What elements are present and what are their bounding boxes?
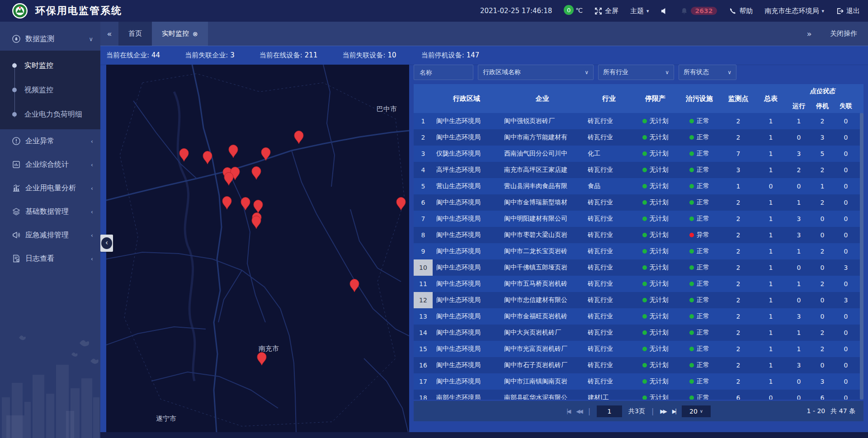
bullet-icon	[12, 63, 17, 68]
tab-home[interactable]: 首页	[118, 22, 152, 46]
table-cell-lost: 0	[834, 162, 858, 178]
table-cell-lost: 0	[834, 390, 858, 400]
sidebar-item-base-data[interactable]: 基础数据管理 ‹	[0, 200, 100, 223]
table-row[interactable]: 4高坪生态环境局南充市高坪区王家店建砖瓦行业无计划正常31220	[414, 162, 863, 178]
first-page-button[interactable]: |◀	[566, 408, 570, 414]
table-cell-region: 阆中生态环境局	[433, 211, 500, 227]
table-row[interactable]: 3仪陇生态环境局西南油气田分公司川中化工无计划正常71350	[414, 146, 863, 162]
table-scrollbar[interactable]	[860, 113, 863, 400]
sidebar-item-realtime-monitor[interactable]: 实时监控	[0, 53, 100, 78]
table-cell-lost: 0	[834, 194, 858, 211]
chevron-down-icon: ∨	[665, 69, 669, 75]
help-button[interactable]: 帮助	[729, 7, 753, 15]
table-cell-run: 0	[787, 390, 811, 400]
table-cell-facility: 正常	[677, 341, 722, 357]
table-row[interactable]: 5营山生态环境局营山县润丰肉食品有限食品无计划正常10010	[414, 178, 863, 194]
table-row[interactable]: 11阆中生态环境局阆中市五马桥页岩机砖砖瓦行业无计划正常21120	[414, 276, 863, 292]
sidebar-item-enterprise-statistics[interactable]: 企业综合统计 ‹	[0, 153, 100, 176]
table-row[interactable]: 17阆中生态环境局阆中市江南镇阆南页岩砖瓦行业无计划正常21030	[414, 373, 863, 390]
table-row[interactable]: 9阆中生态环境局阆中市二龙长宝页岩砖砖瓦行业无计划正常21120	[414, 243, 863, 259]
industry-select-value: 所有行业	[603, 68, 628, 76]
map-collapse-button[interactable]: ‹	[100, 235, 113, 252]
table-cell-industry: 砖瓦行业	[584, 113, 634, 129]
page-size-select[interactable]: 20 ∨	[682, 405, 711, 417]
table-row[interactable]: 16阆中生态环境局阆中市石子页岩机砖厂砖瓦行业无计划正常21300	[414, 357, 863, 373]
org-menu[interactable]: 南充市生态环境局 ▾	[764, 7, 824, 15]
table-cell-region: 高坪生态环境局	[433, 162, 500, 178]
sidebar-item-power-analysis[interactable]: 企业用电量分析 ‹	[0, 176, 100, 200]
logout-button[interactable]: 退出	[836, 7, 860, 15]
status-select[interactable]: 所有状态 ∨	[679, 65, 736, 80]
table-cell-num: 9	[414, 243, 433, 259]
sidebar-item-log-view[interactable]: 日志查看 ‹	[0, 247, 100, 270]
sidebar-item-power-load-detail[interactable]: 企业电力负荷明细	[0, 102, 100, 127]
table-row[interactable]: 15阆中生态环境局阆中市光富页岩机砖厂砖瓦行业无计划正常21120	[414, 341, 863, 357]
table-cell-meter: 0	[755, 178, 787, 194]
fullscreen-button[interactable]: 全屏	[594, 7, 618, 15]
table-row[interactable]: 1阆中生态环境局阆中强锐页岩砖厂砖瓦行业无计划正常21120	[414, 113, 863, 129]
pager-divider: |	[588, 407, 590, 415]
table-cell-points: 2	[722, 308, 755, 325]
map-canvas[interactable]: 巴中市南充市遂宁市	[106, 65, 409, 432]
table-cell-facility: 正常	[677, 292, 722, 308]
table-cell-facility: 正常	[677, 276, 722, 292]
last-page-button[interactable]: ▶|	[672, 408, 675, 414]
next-page-button[interactable]: ▶▶	[660, 408, 665, 414]
notifications-button[interactable]: 2632	[680, 7, 717, 15]
chevron-left-icon: ‹	[91, 138, 93, 145]
table-cell-run: 1	[787, 325, 811, 341]
table-cell-points: 2	[722, 276, 755, 292]
sidebar-item-video-monitor[interactable]: 视频监控	[0, 78, 100, 102]
table-cell-stop_plan: 无计划	[634, 146, 677, 162]
name-filter-field[interactable]	[414, 65, 473, 80]
tab-scroll-left-icon[interactable]: «	[100, 22, 118, 46]
table-cell-company: 南部县砿华水泥有限公	[500, 390, 584, 400]
mute-button[interactable]	[661, 7, 669, 15]
table-cell-facility: 异常	[677, 227, 722, 243]
table-cell-meter: 1	[755, 292, 787, 308]
fullscreen-icon	[594, 7, 602, 15]
table-row[interactable]: 10阆中生态环境局阆中千佛镇五郎垭页岩砖瓦行业无计划正常21003	[414, 259, 863, 276]
tab-scroll-right-icon[interactable]: »	[800, 29, 818, 38]
table-row[interactable]: 7阆中生态环境局阆中明阳建材有限公司砖瓦行业无计划正常21300	[414, 211, 863, 227]
caret-down-icon: ▾	[646, 8, 649, 14]
theme-menu[interactable]: 主题 ▾	[630, 7, 649, 15]
column-header-meter: 总表	[755, 84, 787, 113]
close-operations-button[interactable]: 关闭操作	[830, 29, 857, 38]
table-cell-run: 3	[787, 308, 811, 325]
table-row[interactable]: 13阆中生态环境局阆中市金福旺页岩机砖砖瓦行业无计划正常21300	[414, 308, 863, 325]
column-header-company: 企业	[500, 84, 584, 113]
status-dot-icon	[642, 396, 647, 400]
table-row[interactable]: 6阆中生态环境局阆中市金博瑞新型墙材砖瓦行业无计划正常21120	[414, 194, 863, 211]
topbar-right: 2021-02-25 17:46:18 0 ℃ 全屏 主题 ▾	[480, 7, 868, 15]
chevron-down-icon: ∨	[585, 69, 589, 75]
table-body: 1阆中生态环境局阆中强锐页岩砖厂砖瓦行业无计划正常211202阆中生态环境局阆中…	[414, 113, 863, 400]
table-row[interactable]: 12阆中生态环境局阆中市忠信建材有限公砖瓦行业无计划正常21003	[414, 292, 863, 308]
column-header-index	[414, 84, 433, 113]
map-panel[interactable]: 巴中市南充市遂宁市	[106, 65, 409, 432]
city-skyline-decoration	[0, 330, 100, 438]
table-row[interactable]: 2阆中生态环境局阆中市南方节能建材有砖瓦行业无计划正常21030	[414, 129, 863, 146]
sidebar-item-data-monitoring[interactable]: 数据监测 ∨	[0, 27, 100, 51]
enterprise-panel: 行政区域名称 ∨ 所有行业 ∨ 所有状态 ∨ 行政区域 企业 行业 停限产 治污…	[414, 65, 863, 432]
industry-select[interactable]: 所有行业 ∨	[598, 65, 674, 80]
region-select[interactable]: 行政区域名称 ∨	[478, 65, 594, 80]
table-row[interactable]: 8阆中生态环境局阆中市枣碧大梁山页岩砖瓦行业无计划异常21300	[414, 227, 863, 243]
sidebar-item-enterprise-abnormal[interactable]: 企业异常 ‹	[0, 129, 100, 153]
prev-page-button[interactable]: ◀◀	[576, 408, 581, 414]
sidebar-item-label: 企业用电量分析	[25, 184, 91, 193]
name-filter-input[interactable]	[419, 68, 468, 76]
tab-realtime-monitor[interactable]: 实时监控 ⊗	[152, 22, 208, 46]
table-cell-facility: 正常	[677, 146, 722, 162]
sidebar-item-emergency-reduction[interactable]: 应急减排管理 ‹	[0, 223, 100, 247]
tab-close-icon[interactable]: ⊗	[193, 30, 198, 38]
current-page-input[interactable]: 1	[597, 405, 622, 417]
table-row[interactable]: 18南部生态环境局南部县砿华水泥有限公建材|工无计划正常60060	[414, 390, 863, 400]
status-dot-icon	[642, 184, 647, 188]
tab-label: 实时监控	[162, 29, 189, 38]
table-cell-facility: 正常	[677, 308, 722, 325]
table-row[interactable]: 14阆中生态环境局阆中大兴页岩机砖厂砖瓦行业无计划正常21120	[414, 325, 863, 341]
table-cell-stop: 2	[811, 162, 834, 178]
table-cell-stop: 3	[811, 373, 834, 390]
table-cell-num: 17	[414, 373, 433, 390]
